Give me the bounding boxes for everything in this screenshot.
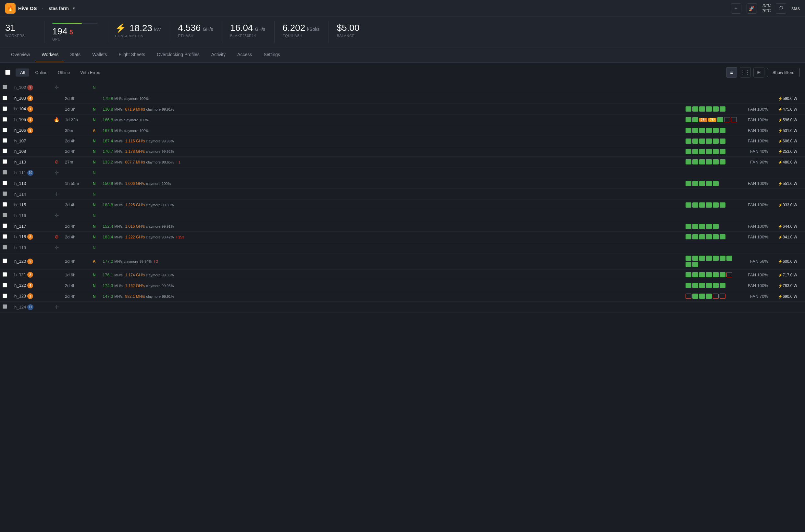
row-checkbox[interactable] <box>3 283 7 287</box>
nav-stats[interactable]: Stats <box>64 48 86 62</box>
worker-name[interactable]: h_114 <box>14 192 26 196</box>
row-checkbox[interactable] <box>3 304 7 309</box>
nav-access[interactable]: Access <box>232 48 258 62</box>
worker-name[interactable]: h_111 <box>14 170 26 175</box>
row-checkbox[interactable] <box>3 224 7 228</box>
worker-name[interactable]: h_120 <box>14 259 26 263</box>
logo[interactable]: 🔥 Hive OS · stas farm ▾ <box>5 3 75 14</box>
gpu-bar-green <box>699 181 705 186</box>
gpu-bar-green <box>692 107 698 112</box>
worker-name[interactable]: h_124 <box>14 304 26 309</box>
row-checkbox[interactable] <box>3 128 7 132</box>
worker-name[interactable]: h_108 <box>14 149 26 154</box>
worker-name[interactable]: h_115 <box>14 203 26 207</box>
nav-overclocking[interactable]: Overclocking Profiles <box>151 48 205 62</box>
nav-activity[interactable]: Activity <box>205 48 232 62</box>
worker-name[interactable]: h_118 <box>14 234 26 239</box>
worker-hashrate: 176.7 MH/s 1.178 GH/s claymore 99.92% <box>100 146 683 157</box>
filter-errors[interactable]: With Errors <box>76 69 106 77</box>
filter-all[interactable]: All <box>16 69 29 77</box>
worker-name[interactable]: h_121 <box>14 272 26 277</box>
row-checkbox[interactable] <box>3 170 7 174</box>
worker-name-cell: h_1231 <box>12 291 51 302</box>
worker-name[interactable]: h_103 <box>14 96 26 100</box>
row-checkbox[interactable] <box>3 159 7 164</box>
fan-pct: 70% <box>760 294 768 299</box>
add-button[interactable]: + <box>731 3 742 14</box>
row-checkbox[interactable] <box>3 259 7 263</box>
nav-flight-sheets[interactable]: Flight Sheets <box>113 48 151 62</box>
gpu-bar-green <box>692 138 698 144</box>
row-checkbox[interactable] <box>3 96 7 100</box>
row-checkbox[interactable] <box>3 85 7 89</box>
view-list-btn[interactable]: ≡ <box>726 67 737 78</box>
row-checkbox[interactable] <box>3 107 7 111</box>
worker-fan: FAN 100% <box>742 125 771 136</box>
view-compact-btn[interactable]: ⋮⋮ <box>740 67 751 78</box>
stat-divider-4 <box>222 21 222 43</box>
row-checkbox[interactable] <box>3 234 7 239</box>
worker-name[interactable]: h_107 <box>14 138 26 144</box>
row-checkbox[interactable] <box>3 245 7 249</box>
stat-balance: $5.00 BALANCE <box>336 17 376 47</box>
view-grid-btn[interactable]: ⊞ <box>753 67 764 78</box>
row-checkbox[interactable] <box>3 293 7 298</box>
worker-gpu-bars <box>683 157 742 167</box>
nav-settings[interactable]: Settings <box>258 48 286 62</box>
worker-name[interactable]: h_113 <box>14 181 26 186</box>
worker-icon-cell: ⊘ <box>51 157 62 167</box>
worker-gpu-bars <box>683 242 742 253</box>
gpu-bar-green <box>692 128 698 133</box>
worker-name[interactable]: h_106 <box>14 128 26 133</box>
row-checkbox[interactable] <box>3 149 7 153</box>
worker-name[interactable]: h_110 <box>14 159 26 165</box>
gpu-label: GPU <box>52 37 98 41</box>
worker-name[interactable]: h_117 <box>14 224 26 229</box>
gpu-bar-green <box>685 159 691 165</box>
row-checkbox[interactable] <box>3 272 7 277</box>
select-all-checkbox[interactable] <box>5 70 11 75</box>
gpu-bar-green <box>706 203 712 208</box>
power-value: 480.0 W <box>783 160 797 165</box>
worker-name[interactable]: h_119 <box>14 245 26 250</box>
row-checkbox[interactable] <box>3 213 7 217</box>
farm-chevron-icon[interactable]: ▾ <box>73 6 75 11</box>
algo-name: claymore <box>146 294 161 299</box>
row-checkbox[interactable] <box>3 191 7 196</box>
gpu-bar-green <box>685 224 691 229</box>
nav-workers[interactable]: Workers <box>36 48 64 62</box>
worker-name[interactable]: h_104 <box>14 107 26 111</box>
worker-name[interactable]: h_122 <box>14 283 26 288</box>
row-checkbox[interactable] <box>3 202 7 207</box>
gpu-bar-green <box>706 128 712 133</box>
gpu-bar-green <box>692 149 698 154</box>
worker-fan: FAN 70% <box>742 291 771 302</box>
filter-online[interactable]: Online <box>31 69 52 77</box>
row-checkbox[interactable] <box>3 117 7 122</box>
header: 🔥 Hive OS · stas farm ▾ + 🚀 75°C 76°C ⏱ … <box>0 0 805 17</box>
worker-uptime <box>62 189 88 200</box>
nav-wallets[interactable]: Wallets <box>86 48 113 62</box>
worker-name[interactable]: h_123 <box>14 293 26 299</box>
farm-name[interactable]: stas farm <box>49 6 69 11</box>
worker-name[interactable]: h_116 <box>14 213 26 218</box>
power-value: 590.0 W <box>783 96 797 101</box>
worker-name-cell: h_1029 <box>12 82 51 93</box>
fan-pct: 40% <box>760 149 768 154</box>
worker-name[interactable]: h_105 <box>14 117 26 122</box>
show-filters-button[interactable]: Show filters <box>767 68 800 77</box>
row-checkbox[interactable] <box>3 138 7 143</box>
hashrate-unit: MH/s <box>114 97 123 100</box>
worker-gpu-bars: 76°75° <box>683 115 742 125</box>
fan-label: FAN <box>750 294 758 299</box>
ban-icon: ⊘ <box>55 234 59 240</box>
gpu-bar-green <box>685 234 691 240</box>
rocket-icon[interactable]: 🚀 <box>747 3 757 14</box>
worker-name[interactable]: h_102 <box>14 85 26 90</box>
status-n: N <box>93 107 96 112</box>
row-checkbox[interactable] <box>3 181 7 185</box>
filter-offline[interactable]: Offline <box>53 69 74 77</box>
nav-overview[interactable]: Overview <box>5 48 36 62</box>
clock-icon[interactable]: ⏱ <box>776 3 786 14</box>
worker-icon-cell: ✛ <box>51 189 62 200</box>
